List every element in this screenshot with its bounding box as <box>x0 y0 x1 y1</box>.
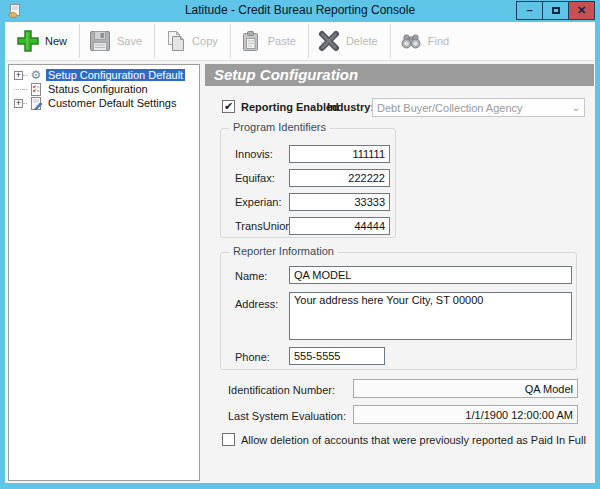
equifax-label: Equifax: <box>235 172 275 184</box>
name-input[interactable] <box>289 266 572 284</box>
new-icon <box>15 28 41 54</box>
status-configuration-checklist-icon <box>29 83 43 96</box>
save-icon <box>87 28 113 54</box>
close-button[interactable]: ✕ <box>568 1 595 20</box>
tree-item-setup-configuration-default[interactable]: + ⚙ Setup Configuration Default <box>9 68 199 82</box>
phone-input[interactable] <box>289 347 385 365</box>
industry-dropdown-value: Debt Buyer/Collection Agency <box>373 102 568 114</box>
titlebar: Latitude - Credit Bureau Reporting Conso… <box>0 0 600 22</box>
save-button[interactable]: Save <box>83 24 151 58</box>
maximize-button[interactable] <box>542 1 569 20</box>
minimize-button[interactable]: – <box>516 1 543 20</box>
innovis-label: Innovis: <box>235 148 273 160</box>
paste-button-label: Paste <box>268 35 296 47</box>
minimize-icon: – <box>526 5 532 16</box>
toolbar-separator <box>390 24 391 58</box>
maximize-icon <box>552 7 560 14</box>
setup-configuration-gear-icon: ⚙ <box>29 69 43 82</box>
equifax-input[interactable] <box>289 169 390 187</box>
window-content: New Save <box>5 22 595 483</box>
window-controls: – ✕ <box>517 1 595 20</box>
last-system-evaluation-label: Last System Evaluation: <box>228 410 346 422</box>
tree-item-label[interactable]: Status Configuration <box>46 83 150 95</box>
address-label: Address: <box>235 298 278 310</box>
panel-title: Setup Configuration <box>205 64 594 86</box>
identification-number-field <box>353 379 578 398</box>
save-button-label: Save <box>117 35 142 47</box>
last-system-evaluation-field <box>353 405 578 424</box>
experian-label: Experian: <box>235 196 281 208</box>
copy-icon <box>162 28 188 54</box>
copy-button[interactable]: Copy <box>158 24 227 58</box>
navigation-tree: + ⚙ Setup Configuration Default <box>8 64 200 481</box>
chevron-down-icon: ⌄ <box>568 103 584 113</box>
new-button-label: New <box>45 35 67 47</box>
industry-dropdown[interactable]: Debt Buyer/Collection Agency ⌄ <box>372 98 585 117</box>
allow-deletion-checkbox[interactable] <box>222 433 235 446</box>
transunion-label: TransUnion: <box>235 220 295 232</box>
customer-default-settings-document-icon <box>29 97 43 110</box>
tree-connector <box>23 89 27 90</box>
program-identifiers-title: Program Identifiers <box>229 121 330 133</box>
new-button[interactable]: New <box>11 24 76 58</box>
identification-number-label: Identification Number: <box>228 384 335 396</box>
transunion-input[interactable] <box>289 217 390 235</box>
name-label: Name: <box>235 270 267 282</box>
toolbar: New Save <box>5 22 595 61</box>
paste-button[interactable]: Paste <box>234 24 305 58</box>
delete-icon <box>316 28 342 54</box>
tree-item-status-configuration[interactable]: Status Configuration <box>9 82 199 96</box>
close-icon: ✕ <box>577 5 586 16</box>
reporting-enabled-label: Reporting Enabled <box>241 101 339 113</box>
delete-button[interactable]: Delete <box>312 24 387 58</box>
tree-connector <box>23 103 27 104</box>
find-icon <box>398 28 424 54</box>
toolbar-separator <box>230 24 231 58</box>
innovis-input[interactable] <box>289 145 390 163</box>
tree-item-label[interactable]: Setup Configuration Default <box>46 69 185 81</box>
tree-connector <box>23 75 27 76</box>
app-window: Latitude - Credit Bureau Reporting Conso… <box>0 0 600 489</box>
delete-button-label: Delete <box>346 35 378 47</box>
expand-plus-icon[interactable]: + <box>14 71 23 80</box>
phone-label: Phone: <box>235 351 270 363</box>
tree-item-label[interactable]: Customer Default Settings <box>46 97 178 109</box>
experian-input[interactable] <box>289 193 390 211</box>
address-input[interactable]: Your address here Your City, ST 00000 <box>289 292 572 340</box>
reporter-information-group: Reporter Information Name: Address: Your… <box>220 252 577 370</box>
copy-button-label: Copy <box>192 35 218 47</box>
toolbar-separator <box>154 24 155 58</box>
industry-label: Industry: <box>327 101 374 113</box>
main-panel: Setup Configuration ✔ Reporting Enabled … <box>205 64 594 481</box>
paste-icon <box>238 28 264 54</box>
tree-item-customer-default-settings[interactable]: + Customer Default Settings <box>9 96 199 110</box>
find-button[interactable]: Find <box>394 24 458 58</box>
tree-connector <box>14 89 23 90</box>
program-identifiers-group: Program Identifiers Innovis: Equifax: Ex… <box>220 128 396 238</box>
find-button-label: Find <box>428 35 449 47</box>
reporting-enabled-checkbox[interactable]: ✔ <box>222 100 235 113</box>
checkmark-icon: ✔ <box>224 100 233 112</box>
window-title: Latitude - Credit Bureau Reporting Conso… <box>0 0 600 21</box>
expand-plus-icon[interactable]: + <box>14 99 23 108</box>
toolbar-separator <box>79 24 80 58</box>
toolbar-separator <box>308 24 309 58</box>
reporter-information-title: Reporter Information <box>229 245 338 257</box>
allow-deletion-label: Allow deletion of accounts that were pre… <box>241 434 586 446</box>
